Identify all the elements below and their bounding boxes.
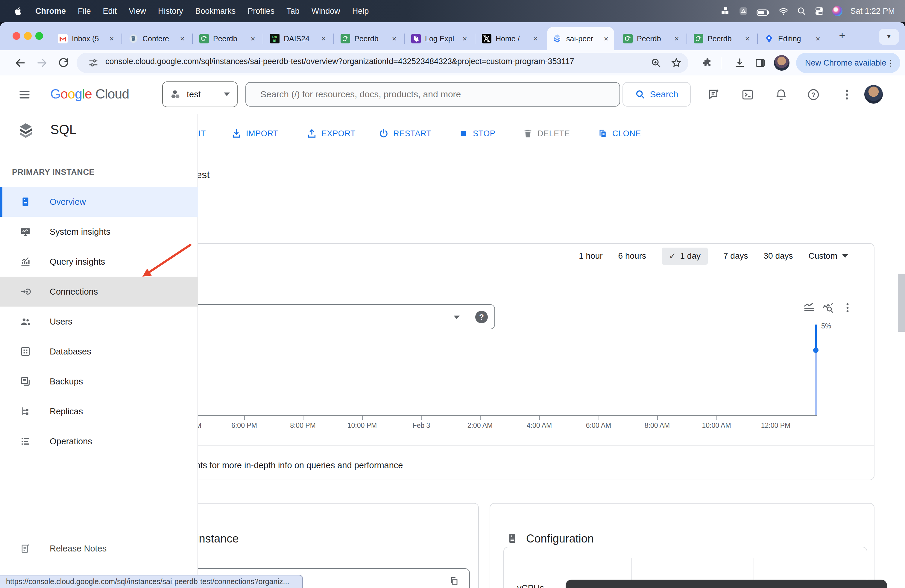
zoom-page-icon[interactable] bbox=[650, 57, 662, 69]
window-close-button[interactable] bbox=[13, 32, 21, 40]
tab-peerdb-1[interactable]: Peerdb × bbox=[194, 27, 261, 50]
menubar-item-view[interactable]: View bbox=[129, 6, 146, 16]
apple-icon[interactable] bbox=[13, 6, 23, 16]
sidebar-item-backups[interactable]: Backups bbox=[0, 366, 198, 396]
tab-editing[interactable]: Editing × bbox=[759, 27, 826, 50]
chart-more-dots-icon[interactable] bbox=[841, 302, 854, 314]
window-minimize-button[interactable] bbox=[24, 32, 32, 40]
screen-record-indicator-icon[interactable] bbox=[738, 6, 748, 16]
tab-close-icon[interactable]: × bbox=[319, 34, 328, 43]
sidebar-item-overview[interactable]: Overview bbox=[0, 187, 198, 217]
siri-icon[interactable] bbox=[832, 6, 843, 16]
url-input[interactable] bbox=[104, 56, 633, 67]
new-tab-button[interactable]: + bbox=[835, 29, 849, 43]
tab-close-icon[interactable]: × bbox=[743, 34, 752, 43]
bookmark-star-icon[interactable] bbox=[670, 57, 682, 69]
time-range-1-day-selected[interactable]: ✓ 1 day bbox=[662, 248, 708, 265]
metric-dropdown[interactable]: ? bbox=[179, 304, 495, 329]
console-search-button[interactable]: Search bbox=[622, 82, 691, 106]
extensions-puzzle-icon[interactable] bbox=[702, 57, 713, 69]
tab-close-icon[interactable]: × bbox=[460, 34, 469, 43]
area-chart-mode-icon[interactable] bbox=[803, 302, 815, 314]
metric-help-icon[interactable]: ? bbox=[475, 311, 488, 323]
tab-dais24[interactable]: DAIS DAIS24 × bbox=[265, 27, 332, 50]
time-range-custom[interactable]: Custom bbox=[809, 251, 848, 261]
tab-close-icon[interactable]: × bbox=[672, 34, 681, 43]
menubar-item-history[interactable]: History bbox=[158, 6, 183, 16]
tab-close-icon[interactable]: × bbox=[390, 34, 399, 43]
cloud-shell-icon[interactable] bbox=[741, 88, 754, 101]
menubar-item-tab[interactable]: Tab bbox=[286, 6, 300, 16]
tab-peerdb-4[interactable]: Peerdb × bbox=[688, 27, 755, 50]
tab-log-explorer[interactable]: Log Expl × bbox=[406, 27, 473, 50]
app-blocks-icon[interactable] bbox=[720, 6, 730, 16]
menubar-item-profiles[interactable]: Profiles bbox=[248, 6, 275, 16]
forward-icon[interactable] bbox=[36, 57, 48, 69]
tab-x-home[interactable]: Home / × bbox=[476, 27, 543, 50]
more-vertical-dots-icon[interactable] bbox=[840, 88, 854, 101]
export-button[interactable]: EXPORT bbox=[306, 128, 356, 139]
menubar-item-help[interactable]: Help bbox=[352, 6, 369, 16]
tab-inbox[interactable]: Inbox (5 × bbox=[53, 27, 120, 50]
delete-button[interactable]: DELETE bbox=[522, 128, 570, 139]
battery-icon[interactable] bbox=[756, 6, 771, 16]
clone-button[interactable]: CLONE bbox=[597, 128, 641, 139]
window-zoom-button[interactable] bbox=[35, 32, 43, 40]
tab-peerdb-3[interactable]: Peerdb × bbox=[618, 27, 685, 50]
restart-button[interactable]: RESTART bbox=[378, 128, 432, 139]
stop-button[interactable]: STOP bbox=[458, 128, 495, 139]
import-button[interactable]: IMPORT bbox=[231, 128, 278, 139]
spotlight-search-icon[interactable] bbox=[796, 6, 807, 16]
account-avatar[interactable] bbox=[864, 85, 883, 103]
console-search-field[interactable] bbox=[245, 82, 620, 106]
time-range-7-days[interactable]: 7 days bbox=[723, 251, 748, 261]
tab-sai-peerdb-active[interactable]: sai-peer × bbox=[547, 27, 614, 50]
tab-close-icon[interactable]: × bbox=[602, 34, 611, 43]
sidebar-item-users[interactable]: Users bbox=[0, 307, 198, 337]
tab-search-chevron-button[interactable]: ▾ bbox=[879, 29, 899, 45]
tab-close-icon[interactable]: × bbox=[248, 34, 257, 43]
browser-profile-avatar[interactable] bbox=[774, 55, 789, 71]
back-icon[interactable] bbox=[14, 57, 26, 69]
time-range-6-hours[interactable]: 6 hours bbox=[618, 251, 646, 261]
sidebar-item-system-insights[interactable]: System insights bbox=[0, 217, 198, 247]
sidebar-item-operations[interactable]: Operations bbox=[0, 426, 198, 456]
tab-close-icon[interactable]: × bbox=[107, 34, 116, 43]
sidebar-item-connections[interactable]: Connections bbox=[0, 277, 198, 307]
tab-peerdb-2[interactable]: Peerdb × bbox=[335, 27, 402, 50]
browser-menu-dots-icon[interactable]: ⋮ bbox=[886, 58, 901, 68]
sidebar-item-release-notes[interactable]: Release Notes bbox=[0, 534, 198, 563]
chrome-update-button[interactable]: New Chrome available ⋮ bbox=[796, 53, 900, 73]
menubar-item-file[interactable]: File bbox=[78, 6, 91, 16]
tab-close-icon[interactable]: × bbox=[813, 34, 822, 43]
reload-icon[interactable] bbox=[57, 57, 70, 69]
tab-conference[interactable]: Confere × bbox=[123, 27, 191, 50]
hamburger-menu-icon[interactable] bbox=[18, 88, 31, 101]
menubar-clock[interactable]: Sat 1:22 PM bbox=[850, 6, 895, 16]
help-icon[interactable]: ? bbox=[807, 88, 820, 101]
explore-chart-icon[interactable] bbox=[822, 302, 834, 314]
wifi-icon[interactable] bbox=[778, 6, 789, 16]
side-panel-icon[interactable] bbox=[754, 57, 766, 69]
console-search-input[interactable] bbox=[259, 89, 597, 100]
sidebar-item-databases[interactable]: Databases bbox=[0, 337, 198, 366]
time-range-30-days[interactable]: 30 days bbox=[764, 251, 793, 261]
downloads-icon[interactable] bbox=[734, 57, 746, 69]
gemini-assist-icon[interactable] bbox=[708, 88, 721, 101]
copy-icon[interactable] bbox=[449, 576, 460, 587]
menubar-item-bookmarks[interactable]: Bookmarks bbox=[195, 6, 235, 16]
menubar-item-window[interactable]: Window bbox=[311, 6, 340, 16]
google-cloud-logo[interactable]: Google Cloud bbox=[50, 86, 129, 102]
menubar-item-edit[interactable]: Edit bbox=[103, 6, 117, 16]
project-picker-button[interactable]: test bbox=[162, 81, 238, 107]
time-range-1-hour[interactable]: 1 hour bbox=[579, 251, 602, 261]
menubar-item-chrome[interactable]: Chrome bbox=[35, 6, 66, 16]
sidebar-item-query-insights[interactable]: Query insights bbox=[0, 247, 198, 277]
notifications-bell-icon[interactable] bbox=[775, 88, 788, 101]
page-scrollbar[interactable] bbox=[898, 273, 905, 332]
site-settings-icon[interactable] bbox=[87, 57, 99, 69]
tab-close-icon[interactable]: × bbox=[178, 34, 187, 43]
tab-close-icon[interactable]: × bbox=[531, 34, 540, 43]
control-center-icon[interactable] bbox=[814, 6, 824, 16]
sidebar-item-replicas[interactable]: Replicas bbox=[0, 396, 198, 426]
